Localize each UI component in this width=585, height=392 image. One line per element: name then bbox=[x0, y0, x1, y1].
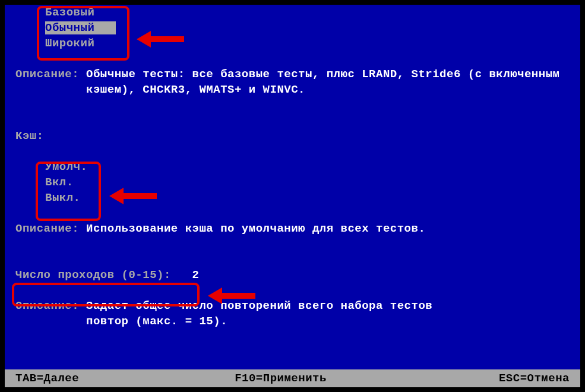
test-option-standard-label: Обычный bbox=[45, 21, 94, 34]
test-desc-row1: Описание: Обычные тесты: все базовые тес… bbox=[15, 67, 580, 82]
memory-diagnostic-screen: Базовый Обычный Широкий Описание: Обычны… bbox=[0, 0, 585, 392]
cache-option-default[interactable]: Умолч. bbox=[45, 159, 580, 175]
status-bar: TAB=Далее F10=Применить ESC=Отмена bbox=[5, 369, 580, 387]
cache-desc-label: Описание: bbox=[15, 222, 79, 235]
cache-option-default-label: Умолч. bbox=[45, 160, 87, 173]
passes-desc-text-2: повтор (макс. = 15). bbox=[86, 315, 227, 328]
test-desc-text-1: Обычные тесты: все базовые тесты, плюс L… bbox=[86, 68, 559, 81]
passes-desc-row1: Описание: Задает общее число повторений … bbox=[15, 298, 580, 314]
cache-desc-text: Использование кэша по умолчанию для всех… bbox=[86, 222, 425, 235]
passes-desc-row2: повтор (макс. = 15). bbox=[15, 314, 580, 329]
cache-desc-row: Описание: Использование кэша по умолчани… bbox=[15, 221, 580, 236]
passes-row[interactable]: Число проходов (0-15): 2 bbox=[15, 267, 580, 283]
desc-label: Описание: bbox=[15, 68, 79, 81]
cache-option-off[interactable]: Выкл. bbox=[45, 190, 580, 206]
test-desc-row2: кэшем), CHCKR3, WMATS+ и WINVC. bbox=[15, 82, 580, 97]
test-option-basic-label: Базовый bbox=[45, 6, 94, 19]
test-desc-text-2: кэшем), CHCKR3, WMATS+ и WINVC. bbox=[86, 83, 305, 96]
test-option-wide[interactable]: Широкий bbox=[45, 36, 580, 51]
status-esc: ESC=Отмена bbox=[377, 372, 570, 385]
cache-option-on-label: Вкл. bbox=[45, 176, 74, 189]
main-content: Базовый Обычный Широкий Описание: Обычны… bbox=[5, 5, 580, 369]
passes-desc-text-1: Задает общее число повторений всего набо… bbox=[86, 299, 432, 312]
passes-desc-label: Описание: bbox=[15, 299, 79, 312]
status-f10: F10=Применить bbox=[184, 372, 377, 385]
passes-label: Число проходов (0-15): bbox=[15, 268, 171, 282]
status-tab: TAB=Далее bbox=[15, 372, 208, 385]
test-option-wide-label: Широкий bbox=[45, 37, 94, 50]
test-option-basic[interactable]: Базовый bbox=[45, 5, 580, 20]
cache-option-on[interactable]: Вкл. bbox=[45, 175, 580, 190]
cache-option-off-label: Выкл. bbox=[45, 191, 81, 204]
cache-label: Кэш: bbox=[15, 128, 580, 144]
passes-value[interactable]: 2 bbox=[192, 268, 200, 282]
test-option-standard[interactable]: Обычный bbox=[45, 20, 580, 36]
